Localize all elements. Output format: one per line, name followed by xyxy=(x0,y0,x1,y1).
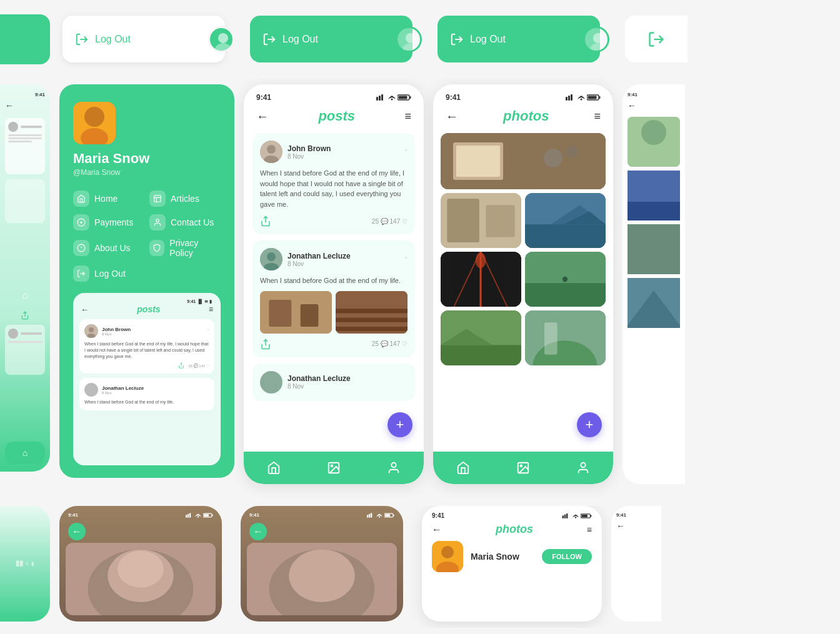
svg-point-88 xyxy=(520,465,522,467)
svg-point-111 xyxy=(379,516,380,517)
photos-time: 9:41 xyxy=(446,93,461,102)
bottom-photos-screen: 9:41 ← photos ≡ Maria Snow FOLLOW xyxy=(422,506,602,622)
svg-point-107 xyxy=(118,551,164,588)
posts-title: posts xyxy=(318,108,355,124)
profile-name: Maria Snow xyxy=(73,151,221,167)
svg-rect-123 xyxy=(581,515,588,517)
svg-point-64 xyxy=(544,149,562,167)
mini-post-card-1: John Brown 8 Nov ˅ When I stand before G… xyxy=(79,319,214,374)
post-item-3: Jonathan Lecluze 8 Nov xyxy=(252,364,415,401)
svg-rect-120 xyxy=(566,513,568,518)
fab-button[interactable]: + xyxy=(388,412,412,437)
svg-rect-119 xyxy=(564,514,566,518)
svg-point-80 xyxy=(562,277,568,282)
nav-photos-icon[interactable] xyxy=(327,461,341,475)
svg-point-26 xyxy=(89,327,94,332)
photos-back[interactable]: ← xyxy=(446,109,458,124)
nav-profile-icon[interactable] xyxy=(387,461,401,475)
svg-point-32 xyxy=(391,99,393,101)
logout-label-2: Log Out xyxy=(282,34,318,45)
svg-rect-109 xyxy=(369,513,370,517)
svg-point-53 xyxy=(391,463,396,467)
profile-avatar xyxy=(73,102,116,144)
mini-post-card-2: Jonathan Lecluze 8 Nov When I stand befo… xyxy=(79,378,214,410)
posts-list: John Brown 8 Nov ˅ When I stand before G… xyxy=(244,133,424,452)
logout-card-partial xyxy=(625,16,688,62)
svg-rect-79 xyxy=(525,283,606,307)
photos-screen: 9:41 ← photos ≡ xyxy=(433,84,613,484)
logout-card-2: Log Out xyxy=(250,16,412,62)
menu-item-home[interactable]: Home xyxy=(73,191,144,207)
photos-title: photos xyxy=(503,108,549,124)
photos-bottom-nav xyxy=(433,452,613,484)
svg-rect-44 xyxy=(269,299,291,326)
photos-nav-photos[interactable] xyxy=(516,461,530,475)
menu-label-about: About Us xyxy=(94,243,131,253)
bottom-screen-1: 9:41 ← xyxy=(59,506,222,622)
svg-point-65 xyxy=(566,146,578,158)
svg-rect-54 xyxy=(566,97,568,101)
svg-rect-110 xyxy=(371,513,372,518)
follow-button[interactable]: FOLLOW xyxy=(542,549,592,564)
svg-point-52 xyxy=(331,465,332,467)
posts-time: 9:41 xyxy=(256,93,271,102)
posts-back[interactable]: ← xyxy=(256,109,269,124)
menu-item-articles[interactable]: Articles xyxy=(149,191,221,207)
photos-menu[interactable]: ≡ xyxy=(594,110,601,123)
menu-grid: Home Articles Payments Con xyxy=(73,191,221,282)
bottom-right-partial: 9:41 ← xyxy=(611,506,661,622)
svg-rect-45 xyxy=(301,304,319,327)
menu-item-logout[interactable]: Log Out xyxy=(73,265,144,282)
photos-fab[interactable]: + xyxy=(577,412,602,437)
svg-point-121 xyxy=(575,517,576,518)
middle-row: 9:41 ← ⌂ ⌂ xyxy=(0,78,840,497)
post2-date: 8 Nov xyxy=(288,260,399,267)
menu-item-about[interactable]: About Us xyxy=(73,238,144,258)
nav-home-icon[interactable] xyxy=(267,461,281,475)
posts-bottom-nav xyxy=(244,452,424,484)
svg-rect-30 xyxy=(379,96,381,101)
svg-rect-118 xyxy=(562,515,564,518)
svg-point-4 xyxy=(406,33,416,43)
svg-rect-70 xyxy=(525,224,606,248)
avatar-placeholder-3 xyxy=(583,26,609,52)
svg-point-2 xyxy=(215,43,231,52)
avatar-placeholder-2 xyxy=(396,26,422,52)
logout-card-1: Log Out xyxy=(62,16,225,62)
svg-point-91 xyxy=(641,120,666,145)
svg-rect-124 xyxy=(591,515,592,517)
menu-label-home: Home xyxy=(94,194,118,204)
svg-point-41 xyxy=(267,252,276,261)
svg-rect-86 xyxy=(544,322,558,355)
svg-point-89 xyxy=(581,463,585,467)
menu-item-privacy[interactable]: Privacy Policy xyxy=(149,238,221,258)
menu-label-payments: Payments xyxy=(94,217,133,227)
svg-rect-34 xyxy=(399,96,408,99)
post1-text: When I stand before God at the end of my… xyxy=(260,168,408,209)
svg-rect-49 xyxy=(336,327,408,331)
logout-card-3: Log Out xyxy=(438,16,600,62)
svg-rect-56 xyxy=(571,94,572,101)
svg-rect-48 xyxy=(336,317,408,322)
bottom-row: ▊▊ ≋ ▮ 9:41 ← 9:41 xyxy=(0,506,840,628)
profile-card: Maria Snow @Maria Snow Home Articles xyxy=(59,84,234,478)
right-partial-phone: 9:41 ← xyxy=(622,84,685,484)
posts-menu[interactable]: ≡ xyxy=(404,110,411,123)
svg-rect-98 xyxy=(188,513,189,517)
svg-rect-67 xyxy=(447,199,479,242)
svg-point-57 xyxy=(581,99,582,101)
svg-rect-31 xyxy=(381,94,383,101)
svg-rect-60 xyxy=(599,96,601,99)
top-row: Log Out Log Out Log Out xyxy=(0,0,840,69)
photos-nav-home[interactable] xyxy=(456,461,470,475)
mini-posts-screen: 9:41 ▐▌ ≋ ▮ ← posts ≡ John Brown 8 Nov ˅ xyxy=(73,293,221,465)
menu-item-contact[interactable]: Contact Us xyxy=(149,214,221,230)
logout-icon-partial xyxy=(648,31,665,48)
menu-item-payments[interactable]: Payments xyxy=(73,214,144,230)
svg-point-7 xyxy=(593,33,603,43)
svg-rect-59 xyxy=(588,96,597,99)
svg-rect-68 xyxy=(486,205,514,237)
svg-rect-93 xyxy=(628,202,680,220)
photos-nav-profile[interactable] xyxy=(576,461,590,475)
svg-rect-102 xyxy=(204,514,209,517)
